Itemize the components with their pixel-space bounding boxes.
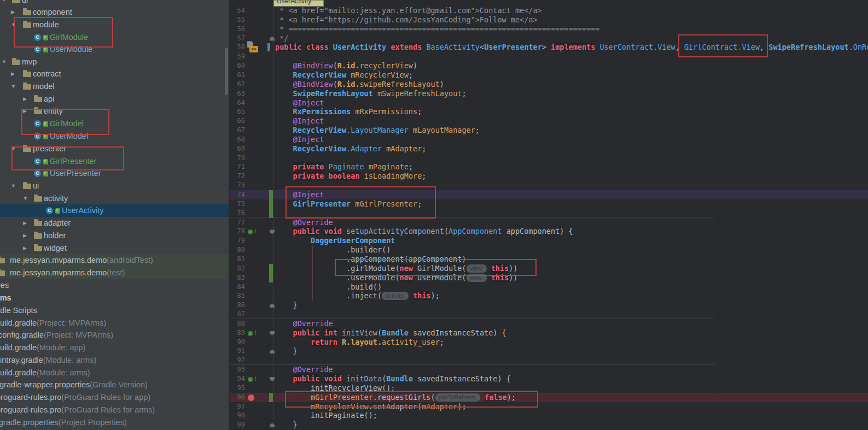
code-line-69[interactable]: 69 RecyclerView.Adapter mAdapter; (230, 144, 868, 154)
code-line-94[interactable]: 94↑ public void initData(Bundle savedIns… (230, 374, 868, 384)
chevron-collapsed-icon[interactable]: ▶ (23, 217, 27, 229)
line-number[interactable]: 64 (231, 98, 245, 108)
line-number[interactable]: 72 (231, 172, 245, 181)
tree-item-proguard-app[interactable]: proguard-rules.pro (ProGuard Rules for a… (0, 391, 229, 404)
line-number[interactable]: 85 (231, 291, 245, 301)
code-line-78[interactable]: 78↑ public void setupActivityComponent(A… (230, 227, 868, 236)
tree-item-adapter[interactable]: ▶adapter (0, 217, 229, 229)
tree-item-contract[interactable]: ▶contract (0, 68, 229, 80)
tree-item-holder[interactable]: ▶holder (0, 229, 229, 242)
line-number[interactable]: 74 (231, 190, 245, 199)
line-number[interactable]: 59 (231, 52, 245, 61)
chevron-collapsed-icon[interactable]: ▶ (23, 93, 27, 105)
tree-item-mvp[interactable]: ▼mvp (0, 56, 229, 68)
line-number[interactable]: 87 (231, 310, 245, 319)
code-text[interactable]: @Inject (275, 135, 324, 144)
line-number[interactable]: 58 (231, 43, 245, 52)
code-line-77[interactable]: 77 @Override (230, 218, 868, 227)
line-number[interactable]: 80 (231, 245, 245, 255)
line-number[interactable]: 91 (231, 346, 245, 356)
line-number[interactable]: 89 (231, 328, 245, 338)
code-text[interactable]: SwipeRefreshLayout mSwipeRefreshLayout; (275, 89, 467, 98)
code-line-58[interactable]: 58<>public class UserActivity extends Ba… (230, 43, 868, 52)
code-line-71[interactable]: 71 private Paginate mPaginate; (230, 162, 868, 172)
fold-marker-icon[interactable] (270, 303, 275, 308)
line-number[interactable]: 98 (231, 411, 245, 420)
line-number[interactable]: 63 (231, 89, 245, 98)
code-text[interactable]: } (275, 301, 298, 310)
tree-item-build-gradle-arms[interactable]: build.gradle (Module: arms) (0, 367, 229, 379)
tree-item-res[interactable]: res (0, 279, 229, 292)
code-text[interactable]: .build() (275, 282, 382, 292)
line-number[interactable]: 90 (231, 338, 245, 347)
line-number[interactable]: 61 (231, 70, 245, 80)
code-line-80[interactable]: 80 .builder() (230, 245, 868, 255)
code-line-89[interactable]: 89↑ public int initView(Bundle savedInst… (230, 328, 868, 338)
code-line-83[interactable]: 83 .userModule(new UserModule(view: this… (230, 273, 868, 282)
code-line-85[interactable]: 85 .inject(activity: this); (230, 291, 868, 301)
line-number[interactable]: 68 (231, 135, 245, 144)
line-number[interactable]: 97 (231, 402, 245, 411)
code-line-79[interactable]: 79 DaggerUserComponent (230, 236, 868, 245)
code-line-61[interactable]: 61 RecyclerView mRecyclerView; (230, 70, 868, 80)
code-line-60[interactable]: 60 @BindView(R.id.recyclerView) (230, 61, 868, 70)
code-text[interactable]: RecyclerView.Adapter mAdapter; (275, 144, 426, 154)
code-line-91[interactable]: 91 } (230, 346, 868, 356)
code-line-86[interactable]: 86 } (230, 301, 868, 310)
tree-item-api[interactable]: ▶api (0, 93, 229, 105)
line-number[interactable]: 92 (231, 356, 245, 365)
line-number[interactable]: 83 (231, 273, 245, 282)
tree-item-pkg-androidtest[interactable]: me.jessyan.mvparms.demo (androidTest) (0, 254, 229, 267)
tree-item-gradle-scripts[interactable]: Gradle Scripts (0, 304, 229, 317)
code-line-57[interactable]: 57 */ (230, 34, 868, 43)
code-text[interactable]: @Override (275, 319, 333, 328)
line-number[interactable]: 65 (231, 107, 245, 116)
tree-item-build-gradle-project[interactable]: build.gradle (Project: MVPArms) (0, 317, 229, 329)
code-line-93[interactable]: 93 @Override (230, 365, 868, 374)
line-number[interactable]: 94 (231, 374, 245, 384)
code-line-54[interactable]: 54 * <a href="mailto:jess.yan.effort@gma… (230, 6, 868, 15)
code-text[interactable]: public int initView(Bundle savedInstance… (275, 328, 506, 338)
code-text[interactable]: * <a href="mailto:jess.yan.effort@gmail.… (275, 6, 542, 15)
code-line-81[interactable]: 81 .appComponent(appComponent) (230, 255, 868, 264)
code-text[interactable]: RecyclerView mRecyclerView; (275, 70, 413, 80)
code-text[interactable]: private boolean isLoadingMore; (275, 172, 426, 181)
chevron-collapsed-icon[interactable]: ▶ (11, 68, 15, 80)
tree-item-pkg-test[interactable]: me.jessyan.mvparms.demo (test) (0, 267, 229, 279)
tree-item-model[interactable]: ▼model (0, 80, 229, 93)
code-line-63[interactable]: 63 SwipeRefreshLayout mSwipeRefreshLayou… (230, 89, 868, 98)
line-number[interactable]: 82 (231, 264, 245, 273)
tree-item-config-gradle[interactable]: config.gradle (Project: MVPArms) (0, 329, 229, 341)
line-number[interactable]: 93 (231, 365, 245, 374)
code-line-72[interactable]: 72 private boolean isLoadingMore; (230, 172, 868, 181)
code-text[interactable]: RecyclerView.LayoutManager mLayoutManage… (275, 126, 480, 135)
code-line-55[interactable]: 55 * <a href="https://github.com/JessYan… (230, 15, 868, 25)
chevron-expanded-icon[interactable]: ▼ (11, 80, 16, 93)
code-text[interactable]: @BindView(R.id.recyclerView) (275, 61, 417, 70)
line-number[interactable]: 86 (231, 301, 245, 310)
tree-item-useractivity[interactable]: CUserActivity (0, 204, 229, 217)
code-text[interactable]: .inject(activity: this); (275, 291, 440, 301)
line-number[interactable]: 60 (231, 61, 245, 70)
tree-scrollbar[interactable] (225, 48, 228, 95)
line-number[interactable]: 99 (231, 420, 245, 429)
chevron-collapsed-icon[interactable]: ▶ (23, 242, 27, 255)
code-text[interactable]: @Inject (275, 116, 324, 126)
line-number[interactable]: 95 (231, 384, 245, 393)
line-number[interactable]: 69 (231, 144, 245, 154)
line-number[interactable]: 56 (231, 25, 245, 34)
fold-marker-icon[interactable] (270, 349, 275, 354)
tree-item-activity[interactable]: ▼activity (0, 192, 229, 205)
chevron-expanded-icon[interactable]: ▼ (23, 192, 28, 205)
code-text[interactable]: @Override (275, 218, 333, 227)
line-number[interactable]: 88 (231, 319, 245, 328)
line-number[interactable]: 76 (231, 209, 245, 218)
code-line-87[interactable]: 87 (230, 310, 868, 319)
tree-item-bintray-gradle[interactable]: bintray.gradle (Module: arms) (0, 354, 229, 367)
tree-item-build-gradle-app[interactable]: build.gradle (Module: app) (0, 341, 229, 354)
line-number[interactable]: 77 (231, 218, 245, 227)
code-line-88[interactable]: 88 @Override (230, 319, 868, 328)
line-number[interactable]: 96 (231, 393, 245, 402)
code-line-67[interactable]: 67 RecyclerView.LayoutManager mLayoutMan… (230, 126, 868, 135)
code-text[interactable]: @Override (275, 365, 333, 374)
